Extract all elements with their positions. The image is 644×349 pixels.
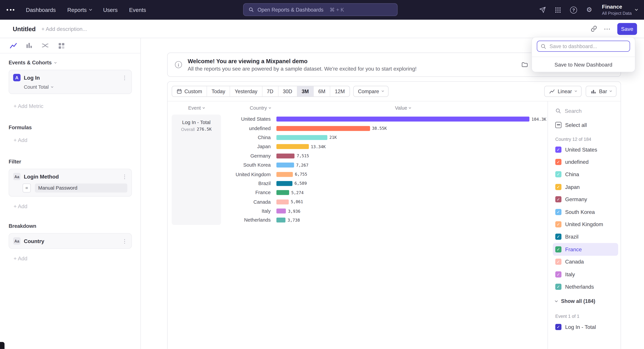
legend-event-item[interactable]: ✓ Log In - Total	[555, 321, 616, 333]
tab-retention[interactable]	[56, 40, 66, 51]
kebab-menu-icon[interactable]: ⋮	[122, 238, 127, 244]
checkbox-checked[interactable]: ✓	[555, 184, 562, 190]
value-bar[interactable]	[276, 135, 327, 140]
range-yesterday[interactable]: Yesterday	[230, 86, 262, 96]
add-formula-button[interactable]: + Add	[8, 137, 132, 143]
checkbox-checked[interactable]: ✓	[555, 259, 562, 265]
filter-value[interactable]: Manual Password	[35, 184, 127, 193]
tab-insights[interactable]	[8, 40, 18, 51]
compare-button[interactable]: Compare	[353, 86, 388, 97]
value-bar[interactable]	[276, 199, 289, 204]
legend-item-germany[interactable]: ✓Germany	[553, 193, 618, 206]
tab-funnels[interactable]	[24, 40, 34, 51]
add-breakdown-button[interactable]: + Add	[8, 255, 132, 262]
paper-plane-icon[interactable]	[537, 4, 548, 15]
select-all-row[interactable]: Select all	[555, 119, 616, 130]
legend-item-undefined[interactable]: ✓undefined	[553, 156, 618, 168]
legend-item-united-kingdom[interactable]: ✓United Kingdom	[553, 218, 618, 231]
range-6m[interactable]: 6M	[313, 86, 330, 96]
overall-value: 276.5K	[197, 127, 212, 132]
checkbox-checked[interactable]: ✓	[555, 209, 562, 215]
legend-item-italy[interactable]: ✓Italy	[553, 268, 618, 281]
app-menu-dots-icon[interactable]	[6, 9, 14, 11]
value-bar[interactable]	[276, 153, 295, 158]
show-all-button[interactable]: Show all (184)	[555, 295, 616, 308]
apps-grid-icon[interactable]	[552, 4, 563, 15]
legend-item-japan[interactable]: ✓Japan	[553, 181, 618, 193]
add-description-field[interactable]: + Add description...	[42, 26, 87, 32]
events-cohorts-section-label[interactable]: Events & Cohorts	[8, 60, 132, 66]
legend-event-checkbox[interactable]: ✓	[555, 324, 562, 330]
legend-item-united-states[interactable]: ✓United States	[553, 143, 618, 156]
add-metric-button[interactable]: + Add Metric	[8, 103, 132, 109]
header-country[interactable]: Country	[221, 105, 276, 111]
checkbox-checked[interactable]: ✓	[555, 159, 562, 165]
value-bar[interactable]	[276, 144, 309, 149]
nav-reports[interactable]: Reports	[67, 7, 92, 13]
range-3m-selected[interactable]: 3M	[297, 86, 313, 96]
legend-item-canada[interactable]: ✓Canada	[553, 256, 618, 268]
checkbox-checked[interactable]: ✓	[555, 284, 562, 290]
row-value: 5,061	[291, 200, 303, 204]
legend-item-netherlands[interactable]: ✓Netherlands	[553, 281, 618, 293]
save-to-dashboard-input[interactable]	[537, 40, 630, 52]
nav-dashboards[interactable]: Dashboards	[26, 7, 56, 13]
range-today[interactable]: Today	[206, 86, 230, 96]
tab-flows[interactable]	[40, 40, 51, 51]
filter-operator[interactable]: =	[23, 184, 31, 193]
checkbox-checked[interactable]: ✓	[555, 234, 562, 240]
legend-item-china[interactable]: ✓China	[553, 168, 618, 181]
line-style-dropdown[interactable]: Linear	[544, 86, 581, 97]
help-icon[interactable]: ?	[568, 4, 579, 15]
checkbox-checked[interactable]: ✓	[555, 271, 562, 277]
filter-property-name[interactable]: Login Method	[24, 173, 59, 180]
row-value: 104.3K	[532, 117, 546, 121]
link-icon[interactable]	[591, 25, 597, 32]
header-event[interactable]: Event	[172, 105, 221, 111]
global-search-bar[interactable]: Open Reports & Dashboards ⌘ + K	[243, 3, 398, 16]
value-bar[interactable]	[276, 190, 289, 195]
checkbox-checked[interactable]: ✓	[555, 171, 562, 178]
more-options-icon[interactable]: ⋯	[604, 25, 611, 33]
value-bar[interactable]	[276, 172, 293, 177]
range-30d[interactable]: 30D	[278, 86, 297, 96]
value-bar[interactable]	[276, 218, 286, 223]
range-12m[interactable]: 12M	[330, 86, 349, 96]
checkbox-checked[interactable]: ✓	[555, 196, 562, 203]
kebab-menu-icon[interactable]: ⋮	[122, 75, 127, 80]
chart-type-dropdown[interactable]: Bar	[586, 86, 616, 97]
checkbox-checked[interactable]: ✓	[555, 221, 562, 228]
value-bar[interactable]	[276, 163, 294, 167]
filter-card[interactable]: Aa Login Method ⋮ = Manual Password	[8, 169, 132, 197]
bar-track: 21K	[276, 135, 530, 140]
gear-icon[interactable]: ⚙	[584, 4, 595, 15]
header-value[interactable]: Value	[276, 105, 530, 111]
value-bar[interactable]	[276, 117, 530, 121]
value-bar[interactable]	[276, 126, 370, 131]
range-7d[interactable]: 7D	[262, 86, 278, 96]
event-summary-cell[interactable]: Log In - Total Overall 276.5K	[172, 114, 221, 225]
value-bar[interactable]	[276, 209, 286, 213]
project-switcher[interactable]: Finance All Project Data	[602, 4, 638, 16]
metric-event-name[interactable]: Log In	[24, 74, 40, 81]
save-to-new-dashboard-item[interactable]: Save to New Dashboard	[532, 57, 635, 72]
metric-card[interactable]: A Log In ⋮ Count Total	[8, 70, 132, 94]
report-title[interactable]: Untitled	[13, 25, 36, 32]
breakdown-card[interactable]: Aa Country ⋮	[8, 233, 132, 249]
checkbox-indeterminate[interactable]	[555, 122, 562, 128]
legend-item-france[interactable]: ✓France	[553, 243, 618, 256]
checkbox-checked[interactable]: ✓	[555, 246, 562, 253]
range-custom[interactable]: Custom	[172, 86, 206, 96]
save-button[interactable]: Save	[617, 23, 637, 35]
checkbox-checked[interactable]: ✓	[555, 146, 562, 153]
aggregation-selector[interactable]: Count Total	[24, 84, 127, 90]
kebab-menu-icon[interactable]: ⋮	[122, 174, 127, 179]
legend-item-brazil[interactable]: ✓Brazil	[553, 231, 618, 243]
value-bar[interactable]	[276, 181, 292, 186]
legend-search-input[interactable]	[565, 108, 610, 114]
add-filter-button[interactable]: + Add	[8, 203, 132, 209]
legend-item-south-korea[interactable]: ✓South Korea	[553, 206, 618, 218]
breakdown-property-name[interactable]: Country	[24, 238, 44, 244]
nav-events[interactable]: Events	[129, 7, 146, 13]
nav-users[interactable]: Users	[103, 7, 118, 13]
